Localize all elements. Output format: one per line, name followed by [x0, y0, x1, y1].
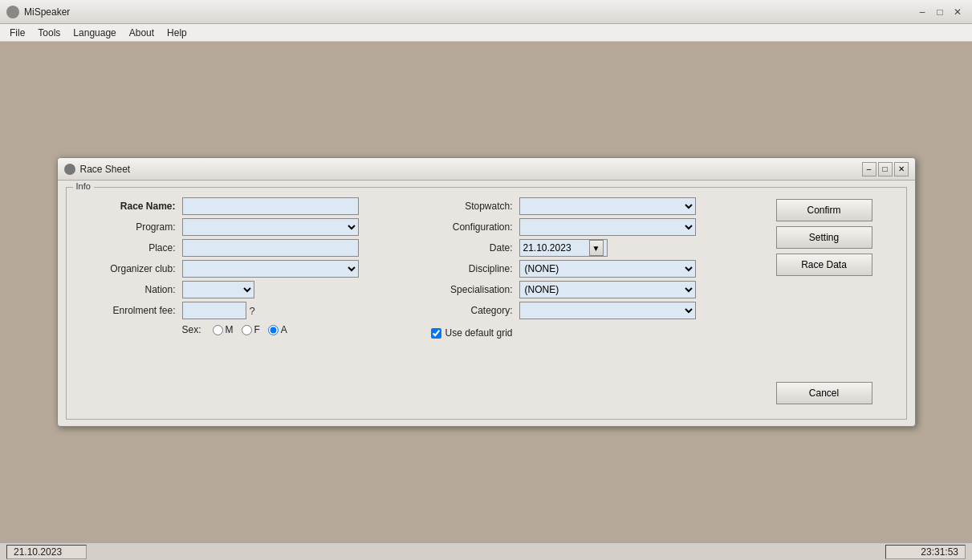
- sex-m-text: M: [226, 324, 234, 335]
- nation-select[interactable]: [182, 281, 254, 298]
- menu-help[interactable]: Help: [161, 26, 193, 40]
- sex-a-radio[interactable]: [268, 325, 279, 335]
- discipline-select[interactable]: (NONE): [519, 260, 696, 278]
- stopwatch-label: Stopwatch:: [415, 201, 519, 212]
- buttons-column: Confirm Setting Race Data Cancel: [760, 196, 872, 408]
- category-row: Category:: [415, 300, 760, 321]
- configuration-row: Configuration:: [415, 217, 760, 237]
- organizer-club-row: Organizer club:: [78, 258, 415, 279]
- place-row: Place:: [78, 237, 415, 258]
- info-group-box: Info Race Name: Program:: [66, 187, 907, 420]
- use-default-grid-row: Use default grid: [415, 327, 760, 339]
- menu-tools[interactable]: Tools: [31, 26, 67, 40]
- discipline-label: Discipline:: [415, 263, 519, 274]
- specialisation-label: Specialisation:: [415, 284, 519, 295]
- place-input[interactable]: [182, 239, 359, 257]
- setting-button[interactable]: Setting: [776, 226, 872, 249]
- menu-language[interactable]: Language: [67, 26, 122, 40]
- app-window-controls: – □ ✕: [914, 4, 966, 20]
- specialisation-row: Specialisation: (NONE): [415, 279, 760, 300]
- menu-bar: File Tools Language About Help: [0, 24, 972, 42]
- enrolment-fee-question: ?: [250, 305, 255, 317]
- nation-label: Nation:: [78, 284, 182, 295]
- app-minimize-button[interactable]: –: [914, 4, 930, 20]
- dialog-title: Race Sheet: [80, 164, 862, 175]
- dialog-title-bar: Race Sheet – □ ✕: [58, 158, 915, 181]
- enrolment-fee-row: Enrolment fee: ?: [78, 300, 415, 321]
- race-name-label: Race Name:: [78, 201, 182, 212]
- date-row: Date: ▼: [415, 237, 760, 258]
- dialog-minimize-button[interactable]: –: [862, 162, 876, 177]
- form-left-column: Race Name: Program: Place:: [78, 196, 415, 408]
- sex-row: Sex: M F A: [182, 324, 415, 335]
- specialisation-select[interactable]: (NONE): [519, 281, 696, 298]
- race-data-button[interactable]: Race Data: [776, 254, 872, 276]
- status-date: 21.10.2023: [6, 545, 87, 559]
- date-picker: ▼: [519, 239, 608, 257]
- stopwatch-row: Stopwatch:: [415, 196, 760, 217]
- date-label: Date:: [415, 242, 519, 254]
- app-maximize-button[interactable]: □: [932, 4, 948, 20]
- configuration-label: Configuration:: [415, 221, 519, 233]
- race-name-row: Race Name:: [78, 196, 415, 217]
- confirm-button[interactable]: Confirm: [776, 199, 872, 221]
- discipline-row: Discipline: (NONE): [415, 258, 760, 279]
- use-default-grid-checkbox[interactable]: [431, 328, 441, 339]
- sex-f-radio[interactable]: [242, 325, 252, 335]
- cancel-button[interactable]: Cancel: [776, 382, 872, 404]
- sex-label: Sex:: [182, 324, 201, 335]
- app-title: MiSpeaker: [24, 6, 914, 18]
- dialog-icon: [64, 164, 75, 175]
- sex-f-text: F: [254, 324, 260, 335]
- app-close-button[interactable]: ✕: [950, 4, 966, 20]
- stopwatch-select[interactable]: [519, 197, 696, 215]
- nation-row: Nation:: [78, 279, 415, 300]
- program-row: Program:: [78, 217, 415, 237]
- group-legend: Info: [73, 181, 94, 191]
- category-label: Category:: [415, 305, 519, 316]
- sex-m-label[interactable]: M: [213, 324, 234, 335]
- action-buttons-panel: Confirm Setting Race Data Cancel: [760, 196, 872, 408]
- place-label: Place:: [78, 242, 182, 254]
- enrolment-fee-label: Enrolment fee:: [78, 305, 182, 316]
- race-name-input[interactable]: [182, 197, 359, 215]
- program-select[interactable]: [182, 218, 359, 236]
- form-right-column: Stopwatch: Configuration: Da: [415, 196, 760, 408]
- app-title-bar: MiSpeaker – □ ✕: [0, 0, 972, 24]
- organizer-club-label: Organizer club:: [78, 263, 182, 274]
- dialog-window-controls: – □ ✕: [862, 162, 909, 177]
- program-label: Program:: [78, 221, 182, 233]
- configuration-select[interactable]: [519, 218, 696, 236]
- main-area: Race Sheet – □ ✕ Info Race Name:: [0, 42, 972, 542]
- status-time: 23:31:53: [885, 545, 966, 559]
- sex-f-label[interactable]: F: [242, 324, 260, 335]
- race-sheet-dialog: Race Sheet – □ ✕ Info Race Name:: [57, 157, 916, 427]
- category-select[interactable]: [519, 302, 696, 319]
- status-center: [87, 551, 885, 553]
- menu-file[interactable]: File: [3, 26, 31, 40]
- organizer-club-select[interactable]: [182, 260, 359, 278]
- sex-a-text: A: [281, 324, 287, 335]
- form-inner-layout: Race Name: Program: Place:: [78, 196, 895, 408]
- date-dropdown-button[interactable]: ▼: [589, 240, 604, 256]
- dialog-maximize-button[interactable]: □: [878, 162, 893, 177]
- dialog-close-button[interactable]: ✕: [894, 162, 909, 177]
- enrolment-fee-input[interactable]: [182, 302, 246, 319]
- date-input-field[interactable]: [523, 242, 588, 254]
- app-icon: [6, 6, 19, 18]
- status-bar: 21.10.2023 23:31:53: [0, 542, 972, 560]
- menu-about[interactable]: About: [123, 26, 161, 40]
- use-default-grid-label: Use default grid: [445, 327, 513, 339]
- sex-m-radio[interactable]: [213, 325, 223, 335]
- sex-a-label[interactable]: A: [268, 324, 287, 335]
